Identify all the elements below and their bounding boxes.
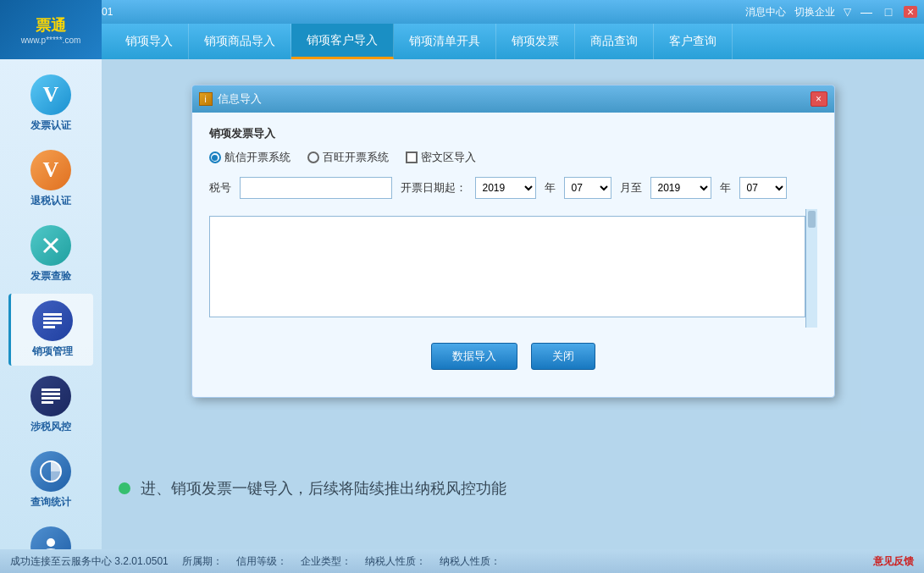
dialog-body: 销项发票导入 航信开票系统 百旺开票系统 密文区导入 bbox=[192, 113, 834, 397]
logo-sub: www.p*****.com bbox=[21, 36, 81, 45]
company-type-label: 企业类型： bbox=[301, 554, 351, 569]
import-textarea[interactable] bbox=[209, 216, 805, 317]
dialog-footer: 数据导入 关闭 bbox=[209, 334, 817, 383]
minimize-button[interactable]: — bbox=[860, 6, 873, 18]
sidebar-label-query-stats: 查询统计 bbox=[30, 495, 71, 510]
sidebar-item-sales-mgmt[interactable]: 销项管理 bbox=[8, 294, 93, 366]
dialog-title-area: i 信息导入 bbox=[199, 91, 262, 107]
nav-item-7[interactable]: 客户查询 bbox=[654, 24, 733, 59]
nav-item-2[interactable]: 销项商品导入 bbox=[189, 24, 291, 59]
sidebar-item-query-stats[interactable]: 查询统计 bbox=[8, 444, 93, 516]
radio-group: 航信开票系统 百旺开票系统 密文区导入 bbox=[209, 150, 817, 165]
svg-rect-6 bbox=[41, 397, 60, 399]
query-stats-icon bbox=[30, 451, 71, 492]
nav-item-4[interactable]: 销项清单开具 bbox=[394, 24, 496, 59]
credit-label: 信用等级： bbox=[236, 554, 287, 569]
checkbox-ciphertext[interactable]: 密文区导入 bbox=[406, 150, 476, 165]
radio-baiwang[interactable]: 百旺开票系统 bbox=[307, 150, 389, 165]
status-right: 意见反馈 bbox=[873, 554, 914, 569]
message-center-link[interactable]: 消息中心 bbox=[745, 5, 786, 19]
form-row-tax-date: 税号 开票日期起： 2019 2018 2017 2020 年 07 01020… bbox=[209, 177, 817, 199]
radio-baiwang-indicator bbox=[307, 152, 319, 163]
nav-item-6[interactable]: 商品查询 bbox=[575, 24, 654, 59]
scrollbar[interactable] bbox=[805, 209, 817, 328]
settings-icon[interactable]: ▽ bbox=[844, 6, 851, 18]
checkbox-ciphertext-box bbox=[406, 152, 418, 163]
svg-rect-5 bbox=[41, 393, 60, 395]
sidebar-item-tax-control[interactable]: 涉税风控 bbox=[8, 369, 93, 441]
maximize-button[interactable]: □ bbox=[882, 6, 895, 18]
scrollbar-thumb bbox=[808, 211, 816, 228]
year-start-select[interactable]: 2019 2018 2017 2020 bbox=[475, 177, 536, 199]
sidebar-label-invoice-auth: 发票认证 bbox=[30, 118, 71, 133]
radio-hangxin[interactable]: 航信开票系统 bbox=[209, 150, 290, 165]
dialog-icon: i bbox=[199, 92, 213, 106]
connect-status: 成功连接至云服务中心 3.2.01.0501 bbox=[10, 554, 169, 569]
svg-point-9 bbox=[47, 538, 55, 547]
close-dialog-button[interactable]: 关闭 bbox=[531, 343, 595, 370]
sidebar-label-tax-control: 涉税风控 bbox=[30, 420, 71, 434]
year-end-suffix: 年 bbox=[720, 180, 731, 196]
titlebar-right: 消息中心 切换企业 ▽ — □ × bbox=[745, 5, 917, 19]
radio-hangxin-indicator bbox=[209, 152, 221, 163]
taxpayer-label: 纳税人性质： bbox=[365, 554, 426, 569]
svg-rect-7 bbox=[41, 401, 53, 404]
invoice-verify-icon bbox=[30, 225, 71, 266]
sidebar-item-invoice-auth[interactable]: V 发票认证 bbox=[8, 68, 93, 140]
nav-item-3[interactable]: 销项客户导入 bbox=[291, 24, 394, 59]
sidebar-label-sales-mgmt: 销项管理 bbox=[32, 344, 73, 359]
tax-label: 税号 bbox=[209, 180, 231, 196]
dialog-titlebar: i 信息导入 × bbox=[192, 85, 834, 113]
year-start-suffix: 年 bbox=[545, 180, 556, 196]
logo-area: 票通 www.p*****.com bbox=[0, 0, 102, 59]
year-end-select[interactable]: 2019 2018 2017 2020 bbox=[650, 177, 711, 199]
import-button[interactable]: 数据导入 bbox=[431, 343, 517, 370]
tax-refund-icon: V bbox=[30, 150, 71, 190]
dialog-title-text: 信息导入 bbox=[218, 91, 262, 107]
checkbox-ciphertext-label: 密文区导入 bbox=[421, 150, 476, 165]
svg-rect-1 bbox=[43, 317, 62, 320]
main-area: 进、销项发票一键导入，后续将陆续推出纳税风控功能 i 信息导入 × 销项发票导入 bbox=[102, 59, 924, 549]
sidebar-item-invoice-verify[interactable]: 发票查验 bbox=[8, 218, 93, 290]
navbar: 销项导入 销项商品导入 销项客户导入 销项清单开具 销项发票 商品查询 客户查询 bbox=[0, 24, 924, 59]
dialog-close-x-button[interactable]: × bbox=[811, 91, 827, 107]
modal-overlay: i 信息导入 × 销项发票导入 航信开票系统 百旺开票系统 bbox=[102, 59, 924, 549]
feedback-link[interactable]: 意见反馈 bbox=[873, 554, 914, 569]
taxpayer2-label: 纳税人性质： bbox=[440, 554, 501, 569]
logo-title: 票通 bbox=[36, 15, 66, 36]
tax-number-input[interactable] bbox=[240, 177, 392, 199]
dialog: i 信息导入 × 销项发票导入 航信开票系统 百旺开票系统 bbox=[191, 85, 835, 398]
svg-rect-4 bbox=[41, 388, 60, 391]
radio-baiwang-label: 百旺开票系统 bbox=[323, 150, 389, 165]
month-to-label: 月至 bbox=[620, 180, 642, 196]
switch-company-link[interactable]: 切换企业 bbox=[794, 5, 835, 19]
text-area-wrapper bbox=[209, 209, 817, 328]
sidebar-label-invoice-verify: 发票查验 bbox=[30, 269, 71, 284]
svg-rect-0 bbox=[43, 313, 62, 316]
close-button[interactable]: × bbox=[904, 6, 917, 18]
month-start-select[interactable]: 07 01020304 05060809 101112 bbox=[564, 177, 611, 199]
sidebar-label-tax-refund: 退税认证 bbox=[30, 194, 71, 208]
svg-rect-3 bbox=[43, 326, 55, 328]
dialog-section-title: 销项发票导入 bbox=[209, 126, 817, 141]
period-label: 所属期： bbox=[182, 554, 223, 569]
invoice-auth-icon: V bbox=[30, 74, 71, 115]
tax-control-icon bbox=[30, 376, 71, 416]
sidebar-item-tax-refund[interactable]: V 退税认证 bbox=[8, 143, 93, 215]
svg-rect-2 bbox=[43, 322, 62, 324]
statusbar: 成功连接至云服务中心 3.2.01.0501 所属期： 信用等级： 企业类型： … bbox=[0, 549, 924, 573]
sidebar: V 发票认证 V 退税认证 发票查验 销项管理 涉税风控 bbox=[0, 59, 102, 549]
nav-item-1[interactable]: 销项导入 bbox=[110, 24, 189, 59]
radio-hangxin-label: 航信开票系统 bbox=[224, 150, 290, 165]
month-end-select[interactable]: 07 01020304 05060809 101112 bbox=[739, 177, 787, 199]
titlebar: 票 云票通3.2.01.0501 消息中心 切换企业 ▽ — □ × bbox=[0, 0, 924, 24]
nav-item-5[interactable]: 销项发票 bbox=[496, 24, 575, 59]
date-start-label: 开票日期起： bbox=[401, 180, 467, 196]
sales-mgmt-icon bbox=[32, 300, 73, 341]
